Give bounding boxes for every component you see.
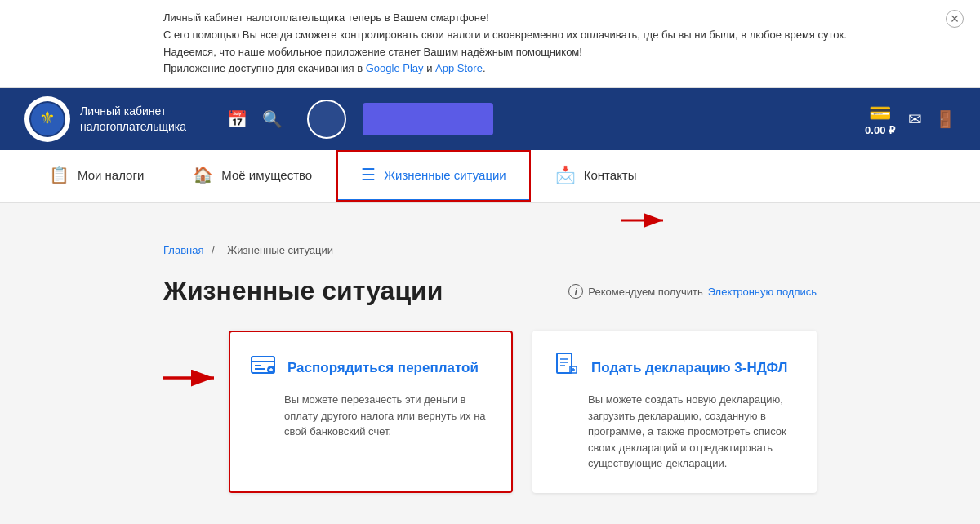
notification-line3: Надеемся, что наше мобильное приложение …: [163, 44, 947, 61]
breadcrumb-current: Жизненные ситуации: [227, 244, 333, 256]
logo-text: Личный кабинет налогоплательщика: [80, 104, 186, 135]
contacts-tab-icon: 📩: [555, 165, 576, 184]
page-content: Жизненные ситуации i Рекомендуем получит…: [0, 268, 980, 524]
breadcrumb: Главная / Жизненные ситуации: [0, 233, 980, 268]
cards-section: Распорядиться переплатой Вы можете перез…: [163, 331, 817, 493]
user-avatar: [307, 100, 346, 139]
card-overpayment-desc: Вы можете перезачесть эти деньги в оплат…: [250, 392, 492, 440]
esig-hint: i Рекомендуем получить Электронную подпи…: [568, 276, 817, 299]
overpayment-icon: [250, 352, 276, 384]
esig-prefix: Рекомендуем получить: [588, 286, 702, 298]
card-declaration-title: Подать декларацию 3-НДФЛ: [591, 360, 787, 376]
cards-grid: Распорядиться переплатой Вы можете перез…: [229, 331, 817, 493]
situations-tab-icon: ☰: [361, 165, 376, 184]
page-title: Жизненные ситуации: [163, 276, 443, 306]
card-overpayment-header: Распорядиться переплатой: [250, 352, 492, 384]
svg-text:⚜: ⚜: [39, 108, 56, 128]
esig-link[interactable]: Электронную подпись: [708, 286, 817, 298]
wallet-icon: 💳: [869, 103, 891, 124]
info-icon: i: [568, 284, 583, 299]
search-icon[interactable]: 🔍: [262, 109, 283, 129]
breadcrumb-home[interactable]: Главная: [163, 244, 203, 256]
taxes-tab-icon: 📋: [49, 165, 69, 184]
tab-taxes[interactable]: 📋 Мои налоги: [24, 150, 168, 202]
emblem-svg: ⚜: [28, 100, 67, 139]
red-arrow-card: [163, 363, 220, 393]
card-declaration[interactable]: Подать декларацию 3-НДФЛ Вы можете созда…: [532, 331, 817, 493]
notification-close-button[interactable]: ×: [946, 10, 964, 28]
tab-property[interactable]: 🏠 Моё имущество: [168, 150, 336, 202]
page-header-row: Жизненные ситуации i Рекомендуем получит…: [163, 276, 817, 306]
notification-line4: Приложение доступно для скачивания в Goo…: [163, 60, 947, 78]
arrow-to-card: [163, 331, 220, 393]
card-declaration-header: Подать декларацию 3-НДФЛ: [554, 352, 795, 384]
contacts-tab-label: Контакты: [584, 168, 637, 182]
app-store-link[interactable]: App Store: [435, 62, 483, 74]
notification-line2: С его помощью Вы всегда сможете контроли…: [163, 27, 947, 44]
logo-emblem: ⚜: [24, 96, 70, 142]
site-header: ⚜ Личный кабинет налогоплательщика 📅 🔍 💳…: [0, 88, 980, 150]
logout-icon[interactable]: 🚪: [935, 109, 956, 129]
mail-icon[interactable]: ✉: [908, 109, 922, 129]
notification-line1: Личный кабинет налогоплательщика теперь …: [163, 10, 947, 27]
arrow-annotation-header: [0, 203, 980, 233]
tab-situations[interactable]: ☰ Жизненные ситуации: [336, 150, 531, 202]
calendar-icon[interactable]: 📅: [227, 109, 247, 129]
username-button[interactable]: [363, 103, 493, 135]
svg-rect-10: [255, 368, 265, 370]
tab-contacts[interactable]: 📩 Контакты: [531, 150, 662, 202]
svg-rect-9: [255, 365, 261, 366]
card-declaration-desc: Вы можете создать новую декларацию, загр…: [554, 392, 795, 472]
situations-tab-label: Жизненные ситуации: [384, 168, 506, 182]
property-tab-label: Моё имущество: [221, 168, 312, 182]
notification-banner: Личный кабинет налогоплательщика теперь …: [0, 0, 980, 88]
breadcrumb-separator: /: [212, 244, 215, 256]
taxes-tab-label: Мои налоги: [78, 168, 144, 182]
header-right: 💳 0.00 ₽ ✉ 🚪: [865, 103, 956, 136]
logo-area[interactable]: ⚜ Личный кабинет налогоплательщика: [24, 96, 186, 142]
declaration-icon: [554, 352, 580, 384]
wallet-area[interactable]: 💳 0.00 ₽: [865, 103, 895, 136]
header-icons: 📅 🔍: [227, 109, 283, 129]
main-navigation: 📋 Мои налоги 🏠 Моё имущество ☰ Жизненные…: [0, 150, 980, 203]
google-play-link[interactable]: Google Play: [366, 62, 424, 74]
card-overpayment-title: Распорядиться переплатой: [287, 360, 479, 376]
property-tab-icon: 🏠: [193, 165, 213, 184]
red-arrow-to-tab: [621, 208, 670, 233]
card-overpayment[interactable]: Распорядиться переплатой Вы можете перез…: [229, 331, 513, 493]
